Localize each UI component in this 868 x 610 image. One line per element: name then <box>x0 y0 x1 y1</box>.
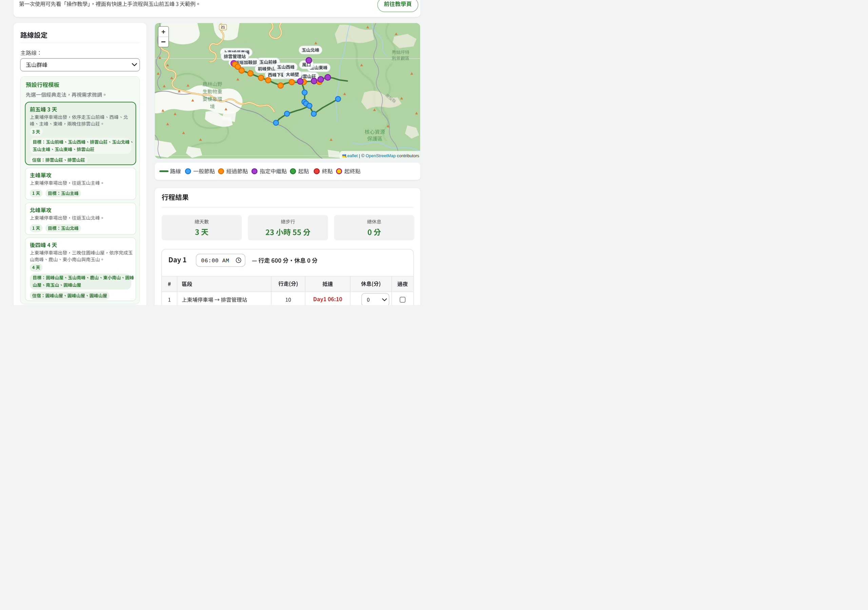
svg-text:Leaflet | © OpenStreetMap cont: Leaflet | © OpenStreetMap contributors <box>345 153 419 158</box>
svg-text:+: + <box>161 28 166 36</box>
svg-text:21: 21 <box>221 25 225 29</box>
svg-text:06:00 AM: 06:00 AM <box>201 257 229 264</box>
